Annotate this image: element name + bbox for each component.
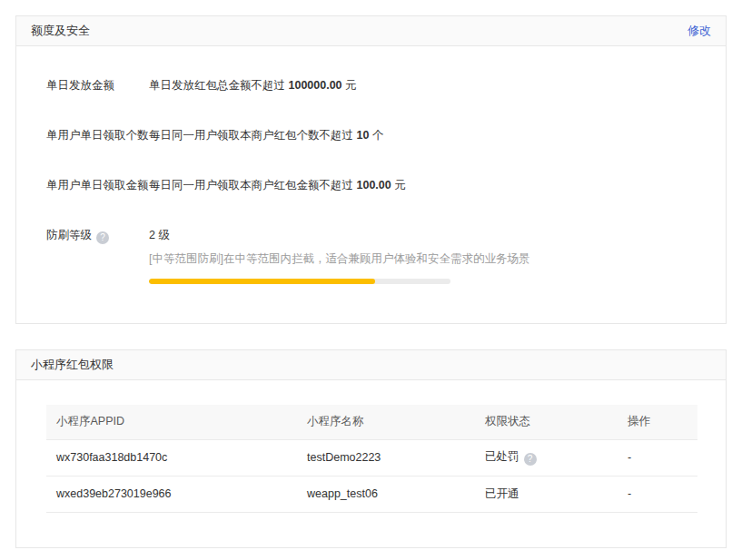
daily-send-amount-label: 单日发放金额 [46,77,149,93]
miniapp-card-body: 小程序APPID 小程序名称 权限状态 操作 wx730faa318db1470… [16,380,726,547]
col-header-action: 操作 [618,405,697,439]
cell-name: testDemo2223 [297,439,475,476]
daily-send-amount-value: 单日发放红包总金额不超过 100000.00 元 [149,77,357,93]
edit-link[interactable]: 修改 [688,23,711,39]
user-daily-count-row: 单用户单日领取个数 每日同一用户领取本商户红包个数不超过 10 个 [46,127,696,143]
user-daily-amount-label: 单用户单日领取金额 [46,177,149,193]
value-text: 每日同一用户领取本商户红包金额不超过 [149,179,356,192]
cell-appid: wx730faa318db1470c [46,439,297,476]
cell-status: 已开通 [475,476,618,512]
cell-action: - [618,439,697,476]
user-daily-count-value: 每日同一用户领取本商户红包个数不超过 10 个 [149,127,383,143]
user-daily-amount-row: 单用户单日领取金额 每日同一用户领取本商户红包金额不超过 100.00 元 [46,177,696,193]
anti-fraud-label-wrap: 防刷等级? [46,227,149,284]
anti-fraud-label: 防刷等级 [46,229,92,241]
miniapp-card-header: 小程序红包权限 [16,350,726,380]
value-number: 100000.00 [288,79,341,92]
user-daily-amount-value: 每日同一用户领取本商户红包金额不超过 100.00 元 [149,177,406,193]
anti-fraud-row: 防刷等级? 2 级 [中等范围防刷]在中等范围内拦截，适合兼顾用户体验和安全需求… [46,227,696,284]
cell-action: - [618,476,697,512]
status-help-icon[interactable]: ? [524,453,537,466]
anti-fraud-level: 2 级 [149,227,696,243]
value-text: 单日发放红包总金额不超过 [149,79,288,92]
anti-fraud-progress-track [149,279,450,284]
quota-card-body: 单日发放金额 单日发放红包总金额不超过 100000.00 元 单用户单日领取个… [16,46,726,323]
cell-status: 已处罚? [475,439,618,476]
value-number: 100.00 [356,179,391,192]
value-text: 每日同一用户领取本商户红包个数不超过 [149,129,356,142]
permission-table: 小程序APPID 小程序名称 权限状态 操作 wx730faa318db1470… [46,405,697,513]
status-text: 已处罚 [485,450,519,463]
value-unit: 元 [342,79,357,92]
anti-fraud-progress-fill [149,279,375,284]
value-unit: 个 [369,129,383,142]
quota-security-card: 额度及安全 修改 单日发放金额 单日发放红包总金额不超过 100000.00 元… [15,15,727,324]
miniapp-card-title: 小程序红包权限 [31,357,114,373]
cell-appid: wxed39eb273019e966 [46,476,297,512]
col-header-name: 小程序名称 [297,405,475,439]
table-row: wx730faa318db1470c testDemo2223 已处罚? - [46,439,697,476]
quota-card-title: 额度及安全 [31,23,90,39]
value-number: 10 [356,129,369,142]
table-row: wxed39eb273019e966 weapp_test06 已开通 - [46,476,697,512]
quota-card-header: 额度及安全 修改 [16,16,726,46]
table-header-row: 小程序APPID 小程序名称 权限状态 操作 [46,405,697,439]
miniapp-permission-card: 小程序红包权限 小程序APPID 小程序名称 权限状态 操作 wx730faa3… [15,349,727,548]
anti-fraud-description: [中等范围防刷]在中等范围内拦截，适合兼顾用户体验和安全需求的业务场景 [149,251,696,267]
col-header-appid: 小程序APPID [46,405,297,439]
status-text: 已开通 [485,487,519,500]
user-daily-count-label: 单用户单日领取个数 [46,127,149,143]
col-header-status: 权限状态 [475,405,618,439]
value-unit: 元 [391,179,406,192]
daily-send-amount-row: 单日发放金额 单日发放红包总金额不超过 100000.00 元 [46,77,696,93]
anti-fraud-value: 2 级 [中等范围防刷]在中等范围内拦截，适合兼顾用户体验和安全需求的业务场景 [149,227,696,284]
help-icon[interactable]: ? [96,231,109,244]
cell-name: weapp_test06 [297,476,475,512]
